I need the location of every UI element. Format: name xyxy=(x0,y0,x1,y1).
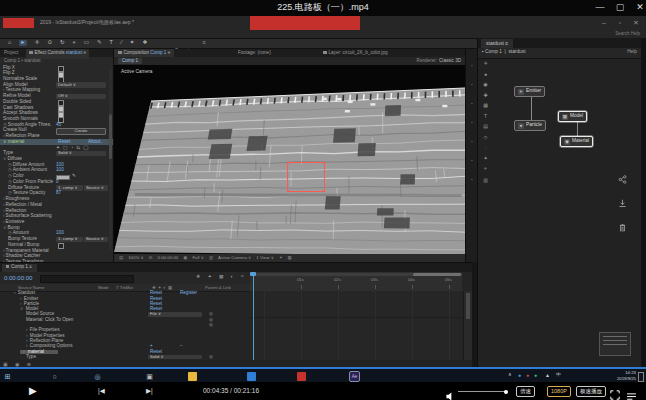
pen-tool-icon[interactable]: ✎ xyxy=(97,40,102,46)
status-item-3[interactable]: 0:00:00:00 xyxy=(158,255,179,260)
share-icon[interactable] xyxy=(618,170,629,181)
tray-icon-3[interactable]: ● xyxy=(534,372,537,378)
close-button[interactable]: ✕ xyxy=(632,2,646,12)
property-value[interactable]: 45 xyxy=(56,123,61,128)
taskbar-explorer-icon[interactable] xyxy=(188,372,197,381)
renderer-button[interactable]: Renderer:Classic 3D xyxy=(417,59,461,64)
taskbar-start-icon[interactable]: ⊞ xyxy=(3,372,12,381)
ae-close-button[interactable]: ✕ xyxy=(630,19,642,27)
emitter-node-tool-icon[interactable]: ✳ xyxy=(480,60,491,66)
node-emitter[interactable]: ✳Emitter xyxy=(514,86,545,97)
status-item-5[interactable]: Full ∨ xyxy=(192,255,204,260)
prev-button[interactable]: |◀ xyxy=(98,388,105,395)
status-icon-10[interactable]: ▦ xyxy=(288,255,292,260)
camera-tool-icon[interactable]: ⌖ xyxy=(73,40,76,46)
home-tool-icon[interactable]: ⌂ xyxy=(8,40,11,46)
taskbar-cortana-icon[interactable]: ◎ xyxy=(93,372,102,381)
delete-icon[interactable] xyxy=(618,218,629,229)
viewport[interactable]: Active Camera xyxy=(114,65,465,257)
property-value[interactable]: 0 xyxy=(56,180,59,185)
reset-link[interactable]: Reset xyxy=(58,140,70,145)
pin-tool-icon[interactable]: ❖ xyxy=(142,40,147,46)
node-material[interactable]: ◉Material xyxy=(560,136,593,147)
texture-layer-dropdown[interactable]: 1. comp ∨ xyxy=(56,237,83,243)
material-preview-icon-2[interactable]: ◔ xyxy=(70,145,73,150)
register-link[interactable]: Register xyxy=(180,291,197,296)
field-node-tool-icon[interactable]: ◌ xyxy=(480,144,491,150)
taskbar-after-effects-icon[interactable]: Ae xyxy=(350,372,359,381)
tray-chevron[interactable]: ∧ xyxy=(508,372,512,377)
particle-node-tool-icon[interactable]: ● xyxy=(480,71,491,77)
playlist-icon[interactable] xyxy=(627,387,636,400)
material-preview-icon-4[interactable]: ◯ xyxy=(83,145,88,150)
star-tool-icon[interactable]: ✦ xyxy=(130,40,135,46)
fullscreen-icon[interactable] xyxy=(610,386,620,400)
map-node-tool-icon[interactable]: ▥ xyxy=(480,177,491,183)
timeline-search-input[interactable] xyxy=(40,275,134,283)
render-toggle-icon[interactable]: ◎ xyxy=(209,355,213,359)
material-preview-icon-3[interactable]: ⇆ xyxy=(76,145,80,150)
text-node-tool-icon[interactable]: T xyxy=(480,113,491,119)
row-link[interactable]: − xyxy=(180,344,183,349)
node-model[interactable]: ▦Model xyxy=(558,111,587,122)
orbit-tool-icon[interactable]: ↻ xyxy=(60,40,65,46)
eyedropper-icon[interactable]: ✎ xyxy=(72,174,76,179)
timeline-ruler[interactable]: 01s02s03s04s05s xyxy=(250,272,462,292)
tray-icon-1[interactable]: ● xyxy=(518,372,521,378)
speed-button[interactable]: 倍速 xyxy=(516,386,535,397)
status-icon-0[interactable]: ▤ xyxy=(119,255,123,260)
ec-scrollbar[interactable] xyxy=(109,69,112,249)
taskbar-app-red-icon[interactable] xyxy=(297,372,306,381)
status-item-8[interactable]: 1 View ∨ xyxy=(256,255,274,260)
quality-button[interactable]: 1080P xyxy=(547,386,571,397)
maximize-button[interactable]: ▢ xyxy=(612,2,628,12)
volume-slider[interactable] xyxy=(458,391,506,392)
status-item-7[interactable]: Active Camera ∨ xyxy=(218,255,251,260)
force-node-tool-icon[interactable]: ✦ xyxy=(480,155,491,161)
render-toggle-icon[interactable]: ◎ xyxy=(209,323,213,327)
playhead[interactable] xyxy=(253,276,254,360)
texture-source-dropdown[interactable]: Source ∨ xyxy=(84,237,108,243)
dropdown[interactable]: Default ∨ xyxy=(56,82,106,88)
help-link[interactable]: Help xyxy=(627,50,637,55)
node-particle[interactable]: ●Particle xyxy=(514,120,546,131)
timeline-switch-icons[interactable]: ❖ ✦ ▦ ◐ ⌗ xyxy=(196,275,247,280)
minimize-button[interactable]: — xyxy=(592,2,608,12)
type-dropdown[interactable]: Solid ∨ xyxy=(148,355,202,360)
selection-tool-icon[interactable]: ► xyxy=(19,40,26,46)
about-link[interactable]: About.. xyxy=(88,140,103,145)
tray-shield-icon[interactable]: ▲ xyxy=(545,372,550,378)
save-icon[interactable] xyxy=(618,194,629,205)
notification-button[interactable] xyxy=(638,372,644,382)
ae-maximize-button[interactable]: ▫ xyxy=(614,19,626,26)
node-canvas[interactable]: ✳●◉✚▦T▤◇◌✦⌖▥ Ready ✳Emitter●Particle▦Mod… xyxy=(478,58,642,383)
align-icon[interactable]: ⌗ xyxy=(202,40,205,46)
timeline-hscrollbar[interactable] xyxy=(413,273,461,276)
status-item-1[interactable]: 100% ∨ xyxy=(128,255,144,260)
status-icon-6[interactable]: ▥ xyxy=(209,255,213,260)
model-node-tool-icon[interactable]: ▦ xyxy=(480,102,491,108)
aux-node-tool-icon[interactable]: ✚ xyxy=(480,92,491,98)
status-icon-9[interactable]: ✦ xyxy=(279,255,283,260)
taskbar-search-icon[interactable]: ○ xyxy=(50,372,59,381)
language-indicator[interactable]: 中 xyxy=(556,372,561,377)
taskbar-task-view-icon[interactable]: ▣ xyxy=(145,372,154,381)
comp-mini-tab[interactable]: Comp 1 xyxy=(118,58,142,64)
property-value[interactable]: 87 xyxy=(56,191,61,196)
rect-tool-icon[interactable]: ▭ xyxy=(84,40,89,46)
replica-node-tool-icon[interactable]: ◉ xyxy=(480,81,491,87)
ae-minimize-button[interactable]: – xyxy=(598,19,610,26)
search-help[interactable]: Search Help xyxy=(615,32,640,37)
texture-source-dropdown[interactable]: Source ∨ xyxy=(84,185,108,191)
dropdown[interactable]: Solid ∨ xyxy=(56,151,106,157)
next-button[interactable]: ▶| xyxy=(146,388,153,395)
line-tool-icon[interactable]: ∕ xyxy=(121,40,122,46)
material-preview-icon-0[interactable]: ✦ xyxy=(56,145,60,150)
boost-button[interactable]: 极速播放 xyxy=(576,386,606,397)
type-tool-icon[interactable]: T xyxy=(110,40,113,46)
tray-icon-2[interactable]: ● xyxy=(526,372,529,378)
space-node-tool-icon[interactable]: ◇ xyxy=(480,134,491,140)
timeline-vscrollbar[interactable] xyxy=(463,291,472,360)
hand-tool-icon[interactable]: ✛ xyxy=(35,40,40,46)
timeline-timecode[interactable]: 0:00:00:00 xyxy=(4,275,32,281)
